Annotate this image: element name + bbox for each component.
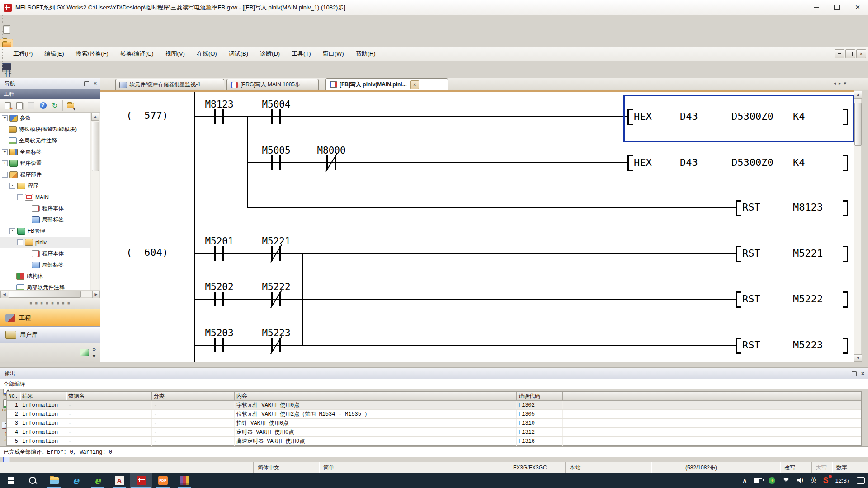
data-info-button[interactable] xyxy=(37,100,49,112)
tree-item-fb-local-label[interactable]: 局部标签 xyxy=(0,259,90,271)
more-buttons-icon[interactable]: »▾ xyxy=(93,346,96,359)
sogou-icon[interactable]: S xyxy=(823,476,828,484)
connection-icon[interactable] xyxy=(80,349,89,356)
collapse-icon[interactable] xyxy=(17,239,23,245)
scroll-down-icon[interactable]: ▼ xyxy=(854,354,862,362)
collapse-icon[interactable] xyxy=(9,183,15,189)
file-explorer-button[interactable] xyxy=(43,473,65,488)
scroll-right-icon[interactable]: ▶ xyxy=(92,291,100,298)
contact-m5203[interactable] xyxy=(222,338,224,352)
mdi-minimize-button[interactable] xyxy=(835,49,844,58)
contact-m8123[interactable] xyxy=(214,109,216,124)
instruction-rst-m8123[interactable]: RST xyxy=(742,202,760,213)
scroll-up-icon[interactable]: ▲ xyxy=(91,113,99,121)
scroll-thumb[interactable] xyxy=(92,122,99,171)
tree-item-global-device-comment[interactable]: 全局软元件注释 xyxy=(0,135,90,146)
battery-icon[interactable] xyxy=(754,478,762,483)
menu-tools[interactable]: 工具(T) xyxy=(286,47,317,60)
tree-hscrollbar[interactable]: ◀ ▶ xyxy=(0,290,100,298)
paste-data-button[interactable] xyxy=(25,100,37,112)
winrar-button[interactable] xyxy=(174,473,195,488)
action-center-icon[interactable] xyxy=(857,477,865,484)
close-icon[interactable]: × xyxy=(94,80,97,87)
internet-explorer-button[interactable]: e xyxy=(65,473,87,488)
contact-m5005[interactable] xyxy=(271,155,273,170)
instruction-operand[interactable]: M5223 xyxy=(793,339,823,351)
tab-scroll-left-icon[interactable]: ◂ xyxy=(833,80,836,86)
volume-icon[interactable]: ) xyxy=(797,478,804,483)
instruction-operand[interactable]: D43 xyxy=(680,157,698,168)
panel-splitter[interactable]: ■ ■ ■ ■ ■ ■ ■ ■ xyxy=(0,298,100,309)
contact-m5203[interactable] xyxy=(214,338,216,352)
ladder-editor[interactable]: ( 577) M8123 M5004 HEX D43 D5300Z0 K4 M5… xyxy=(100,92,854,362)
contact-m5201[interactable] xyxy=(222,246,224,261)
instruction-operand[interactable]: M5222 xyxy=(793,293,823,305)
instruction-operand[interactable]: D5300Z0 xyxy=(731,111,774,122)
table-row[interactable]: 1Information--字软元件 VAR用 使用0点F1302 xyxy=(7,401,861,410)
tree-item-pinlv[interactable]: pinlv xyxy=(0,237,90,248)
menu-project[interactable]: 工程(P) xyxy=(7,47,38,60)
scroll-thumb[interactable] xyxy=(9,291,81,298)
instruction-operand[interactable]: D43 xyxy=(680,111,698,122)
tree-item-structure[interactable]: 结构体 xyxy=(0,271,90,282)
tree-item-global-label[interactable]: 全局标签 xyxy=(0,146,90,158)
contact-m5005[interactable] xyxy=(279,155,281,170)
menu-edit[interactable]: 编辑(E) xyxy=(38,47,70,60)
editor-scrollbar[interactable]: ▲ ▼ xyxy=(854,90,862,362)
table-row[interactable]: 4Information--定时器 VAR用 使用0点F1312 xyxy=(7,428,861,437)
search-button[interactable] xyxy=(22,473,43,488)
foxit-button[interactable]: FDF xyxy=(152,473,174,488)
menu-help[interactable]: 帮助(H) xyxy=(350,47,382,60)
toolbar-grip[interactable] xyxy=(2,15,3,23)
menu-window[interactable]: 窗口(W) xyxy=(317,47,350,60)
table-row[interactable]: 5Information--高速定时器 VAR用 使用0点F1316 xyxy=(7,437,861,446)
tree-item-fb-mgmt[interactable]: FB管理 xyxy=(0,225,90,237)
column-header-errorcode[interactable]: 错误代码 xyxy=(517,392,563,401)
collapse-icon[interactable] xyxy=(17,194,23,200)
contact-m8123[interactable] xyxy=(222,109,224,124)
tab-close-button[interactable]: × xyxy=(410,80,419,89)
instruction-operand[interactable]: M8123 xyxy=(793,202,823,213)
toolbar-grip[interactable] xyxy=(2,31,3,38)
tab-fb-pin1v[interactable]: [FB]写入 pinlv(MAIN.pinl... × xyxy=(326,78,448,90)
column-header-dataname[interactable]: 数据名 xyxy=(66,392,152,401)
table-row[interactable]: 3Information--指针 VAR用 使用0点F1310 xyxy=(7,419,861,428)
instruction-operand[interactable]: M5221 xyxy=(793,248,823,259)
mdi-restore-button[interactable] xyxy=(845,49,855,58)
tab-prg-main[interactable]: [PRG]写入 MAIN 1085步 xyxy=(226,79,319,90)
menu-diagnostics[interactable]: 诊断(D) xyxy=(254,47,286,60)
menu-debug[interactable]: 调试(B) xyxy=(223,47,254,60)
tab-scroll-right-icon[interactable]: ▸ xyxy=(839,80,841,86)
menu-online[interactable]: 在线(O) xyxy=(191,47,223,60)
tree-item-special-module[interactable]: 特殊模块(智能功能模块) xyxy=(0,124,90,135)
menu-view[interactable]: 视图(V) xyxy=(160,47,191,60)
autocad-button[interactable]: A xyxy=(108,473,130,488)
browser-360-button[interactable]: e xyxy=(87,473,108,488)
instruction-hex-1[interactable]: HEX xyxy=(634,111,652,122)
contact-m5202[interactable] xyxy=(222,292,224,306)
tree-item-fb-program-body[interactable]: 程序本体 xyxy=(0,248,90,259)
scroll-thumb[interactable] xyxy=(854,103,862,146)
project-view-button[interactable]: 工程 xyxy=(0,309,100,327)
contact-m5202[interactable] xyxy=(214,292,216,306)
contact-m5004[interactable] xyxy=(279,109,281,124)
collapse-icon[interactable] xyxy=(2,172,8,178)
wifi-icon[interactable] xyxy=(782,477,791,484)
instruction-rst-m5221[interactable]: RST xyxy=(742,248,760,259)
mdi-close-button[interactable]: × xyxy=(856,49,866,58)
expand-icon[interactable] xyxy=(2,160,8,166)
tree-item-program-setting[interactable]: 程序设置 xyxy=(0,158,90,169)
expand-icon[interactable] xyxy=(2,115,8,121)
copy-data-button[interactable] xyxy=(14,100,25,112)
collapse-icon[interactable] xyxy=(9,228,15,234)
output-tab-label[interactable]: 全部编译 xyxy=(0,379,868,389)
pin-icon[interactable] xyxy=(84,81,89,86)
tray-expand-icon[interactable]: ∧ xyxy=(742,476,747,485)
instruction-hex-2[interactable]: HEX xyxy=(634,157,652,168)
tree-item-program-body[interactable]: 程序本体 xyxy=(0,203,90,214)
minimize-button[interactable] xyxy=(806,0,826,14)
tree-item-pou[interactable]: 程序部件 xyxy=(0,169,90,180)
start-button[interactable] xyxy=(0,473,22,488)
instruction-operand[interactable]: K4 xyxy=(793,111,805,122)
menubar-grip[interactable] xyxy=(2,49,5,59)
